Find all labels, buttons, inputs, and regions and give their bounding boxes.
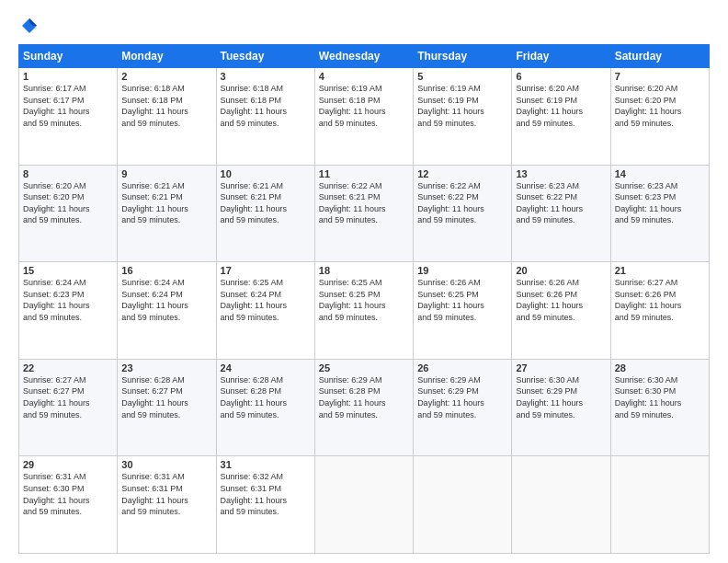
day-info: Sunrise: 6:29 AMSunset: 6:28 PMDaylight:… bbox=[319, 374, 409, 420]
logo bbox=[18, 17, 39, 35]
weekday-header-monday: Monday bbox=[118, 45, 216, 68]
weekday-header-tuesday: Tuesday bbox=[216, 45, 314, 68]
weekday-header-friday: Friday bbox=[512, 45, 610, 68]
weekday-header-sunday: Sunday bbox=[19, 45, 118, 68]
day-number: 25 bbox=[319, 362, 409, 373]
calendar-cell: 3Sunrise: 6:18 AMSunset: 6:18 PMDaylight… bbox=[216, 68, 314, 166]
day-number: 20 bbox=[516, 265, 606, 276]
day-info: Sunrise: 6:31 AMSunset: 6:30 PMDaylight:… bbox=[23, 471, 113, 517]
weekday-header-wednesday: Wednesday bbox=[314, 45, 413, 68]
day-number: 30 bbox=[121, 459, 211, 470]
day-info: Sunrise: 6:20 AMSunset: 6:20 PMDaylight:… bbox=[23, 180, 113, 226]
day-number: 24 bbox=[221, 362, 311, 373]
day-info: Sunrise: 6:29 AMSunset: 6:29 PMDaylight:… bbox=[417, 374, 507, 420]
calendar-cell: 13Sunrise: 6:23 AMSunset: 6:22 PMDayligh… bbox=[512, 165, 610, 262]
calendar-body: 1Sunrise: 6:17 AMSunset: 6:17 PMDaylight… bbox=[19, 68, 710, 554]
calendar-week-2: 8Sunrise: 6:20 AMSunset: 6:20 PMDaylight… bbox=[19, 165, 710, 262]
day-number: 17 bbox=[221, 265, 311, 276]
day-info: Sunrise: 6:21 AMSunset: 6:21 PMDaylight:… bbox=[121, 180, 211, 226]
calendar-cell: 15Sunrise: 6:24 AMSunset: 6:23 PMDayligh… bbox=[19, 262, 118, 360]
calendar-cell: 17Sunrise: 6:25 AMSunset: 6:24 PMDayligh… bbox=[216, 262, 314, 360]
day-info: Sunrise: 6:24 AMSunset: 6:24 PMDaylight:… bbox=[121, 277, 211, 323]
day-number: 16 bbox=[121, 265, 211, 276]
page-header bbox=[18, 17, 710, 35]
calendar-cell: 6Sunrise: 6:20 AMSunset: 6:19 PMDaylight… bbox=[512, 68, 610, 166]
calendar-cell bbox=[414, 456, 512, 554]
calendar-cell: 21Sunrise: 6:27 AMSunset: 6:26 PMDayligh… bbox=[610, 262, 709, 360]
day-number: 18 bbox=[319, 265, 409, 276]
calendar-table: SundayMondayTuesdayWednesdayThursdayFrid… bbox=[18, 44, 710, 554]
calendar-cell: 24Sunrise: 6:28 AMSunset: 6:28 PMDayligh… bbox=[216, 359, 314, 456]
day-number: 15 bbox=[23, 265, 113, 276]
calendar-week-5: 29Sunrise: 6:31 AMSunset: 6:30 PMDayligh… bbox=[19, 456, 710, 554]
calendar-cell: 8Sunrise: 6:20 AMSunset: 6:20 PMDaylight… bbox=[19, 165, 118, 262]
calendar-cell: 26Sunrise: 6:29 AMSunset: 6:29 PMDayligh… bbox=[414, 359, 512, 456]
day-info: Sunrise: 6:25 AMSunset: 6:24 PMDaylight:… bbox=[221, 277, 311, 323]
calendar-cell: 14Sunrise: 6:23 AMSunset: 6:23 PMDayligh… bbox=[610, 165, 709, 262]
day-number: 9 bbox=[121, 168, 211, 179]
day-info: Sunrise: 6:21 AMSunset: 6:21 PMDaylight:… bbox=[221, 180, 311, 226]
day-info: Sunrise: 6:23 AMSunset: 6:23 PMDaylight:… bbox=[615, 180, 705, 226]
calendar-cell: 11Sunrise: 6:22 AMSunset: 6:21 PMDayligh… bbox=[314, 165, 413, 262]
day-number: 14 bbox=[615, 168, 705, 179]
day-number: 11 bbox=[319, 168, 409, 179]
day-info: Sunrise: 6:27 AMSunset: 6:26 PMDaylight:… bbox=[615, 277, 705, 323]
day-number: 22 bbox=[23, 362, 113, 373]
calendar-cell: 5Sunrise: 6:19 AMSunset: 6:19 PMDaylight… bbox=[414, 68, 512, 166]
day-number: 28 bbox=[615, 362, 705, 373]
day-info: Sunrise: 6:31 AMSunset: 6:31 PMDaylight:… bbox=[121, 471, 211, 517]
day-info: Sunrise: 6:32 AMSunset: 6:31 PMDaylight:… bbox=[221, 471, 311, 517]
day-number: 4 bbox=[319, 71, 409, 82]
day-number: 8 bbox=[23, 168, 113, 179]
day-info: Sunrise: 6:27 AMSunset: 6:27 PMDaylight:… bbox=[23, 374, 113, 420]
day-info: Sunrise: 6:25 AMSunset: 6:25 PMDaylight:… bbox=[319, 277, 409, 323]
day-number: 12 bbox=[417, 168, 507, 179]
day-number: 23 bbox=[121, 362, 211, 373]
day-number: 19 bbox=[417, 265, 507, 276]
calendar-cell: 27Sunrise: 6:30 AMSunset: 6:29 PMDayligh… bbox=[512, 359, 610, 456]
calendar-cell: 9Sunrise: 6:21 AMSunset: 6:21 PMDaylight… bbox=[118, 165, 216, 262]
logo-icon bbox=[20, 17, 39, 35]
day-info: Sunrise: 6:20 AMSunset: 6:19 PMDaylight:… bbox=[516, 83, 606, 129]
calendar-week-1: 1Sunrise: 6:17 AMSunset: 6:17 PMDaylight… bbox=[19, 68, 710, 166]
weekday-header-saturday: Saturday bbox=[610, 45, 709, 68]
calendar-cell: 25Sunrise: 6:29 AMSunset: 6:28 PMDayligh… bbox=[314, 359, 413, 456]
calendar-cell: 7Sunrise: 6:20 AMSunset: 6:20 PMDaylight… bbox=[610, 68, 709, 166]
day-info: Sunrise: 6:17 AMSunset: 6:17 PMDaylight:… bbox=[23, 83, 113, 129]
calendar-cell bbox=[314, 456, 413, 554]
day-number: 7 bbox=[615, 71, 705, 82]
day-number: 10 bbox=[221, 168, 311, 179]
calendar-cell: 18Sunrise: 6:25 AMSunset: 6:25 PMDayligh… bbox=[314, 262, 413, 360]
day-info: Sunrise: 6:20 AMSunset: 6:20 PMDaylight:… bbox=[615, 83, 705, 129]
calendar-cell: 28Sunrise: 6:30 AMSunset: 6:30 PMDayligh… bbox=[610, 359, 709, 456]
day-info: Sunrise: 6:19 AMSunset: 6:19 PMDaylight:… bbox=[417, 83, 507, 129]
day-number: 5 bbox=[417, 71, 507, 82]
day-number: 6 bbox=[516, 71, 606, 82]
calendar-cell bbox=[512, 456, 610, 554]
day-number: 27 bbox=[516, 362, 606, 373]
day-info: Sunrise: 6:19 AMSunset: 6:18 PMDaylight:… bbox=[319, 83, 409, 129]
calendar-cell: 31Sunrise: 6:32 AMSunset: 6:31 PMDayligh… bbox=[216, 456, 314, 554]
day-info: Sunrise: 6:30 AMSunset: 6:30 PMDaylight:… bbox=[615, 374, 705, 420]
day-number: 3 bbox=[221, 71, 311, 82]
calendar-week-4: 22Sunrise: 6:27 AMSunset: 6:27 PMDayligh… bbox=[19, 359, 710, 456]
day-info: Sunrise: 6:30 AMSunset: 6:29 PMDaylight:… bbox=[516, 374, 606, 420]
calendar-cell bbox=[610, 456, 709, 554]
calendar-cell: 19Sunrise: 6:26 AMSunset: 6:25 PMDayligh… bbox=[414, 262, 512, 360]
day-number: 1 bbox=[23, 71, 113, 82]
day-info: Sunrise: 6:26 AMSunset: 6:25 PMDaylight:… bbox=[417, 277, 507, 323]
calendar-cell: 1Sunrise: 6:17 AMSunset: 6:17 PMDaylight… bbox=[19, 68, 118, 166]
day-info: Sunrise: 6:28 AMSunset: 6:27 PMDaylight:… bbox=[121, 374, 211, 420]
calendar-cell: 2Sunrise: 6:18 AMSunset: 6:18 PMDaylight… bbox=[118, 68, 216, 166]
day-info: Sunrise: 6:22 AMSunset: 6:22 PMDaylight:… bbox=[417, 180, 507, 226]
day-info: Sunrise: 6:26 AMSunset: 6:26 PMDaylight:… bbox=[516, 277, 606, 323]
day-number: 26 bbox=[417, 362, 507, 373]
day-number: 29 bbox=[23, 459, 113, 470]
calendar-cell: 23Sunrise: 6:28 AMSunset: 6:27 PMDayligh… bbox=[118, 359, 216, 456]
calendar-cell: 4Sunrise: 6:19 AMSunset: 6:18 PMDaylight… bbox=[314, 68, 413, 166]
day-info: Sunrise: 6:23 AMSunset: 6:22 PMDaylight:… bbox=[516, 180, 606, 226]
day-number: 31 bbox=[221, 459, 311, 470]
day-info: Sunrise: 6:24 AMSunset: 6:23 PMDaylight:… bbox=[23, 277, 113, 323]
day-number: 13 bbox=[516, 168, 606, 179]
day-info: Sunrise: 6:18 AMSunset: 6:18 PMDaylight:… bbox=[221, 83, 311, 129]
